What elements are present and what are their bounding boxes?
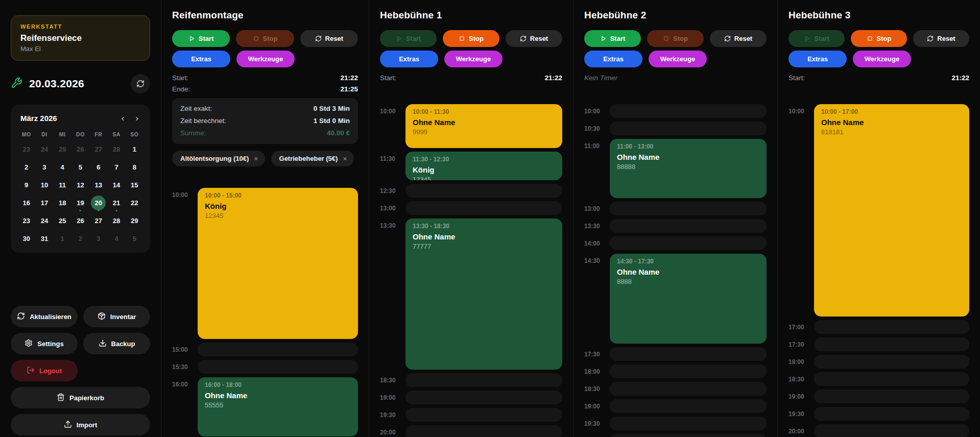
timeline-empty-slot[interactable]	[405, 425, 562, 437]
werkzeuge-button[interactable]: Werkzeuge	[444, 51, 503, 67]
calendar-day[interactable]: 8	[126, 158, 144, 176]
calendar-day[interactable]: 10	[35, 176, 53, 194]
calendar-day[interactable]: 24	[35, 140, 53, 158]
calendar-day[interactable]: 7	[107, 158, 125, 176]
calendar-day[interactable]: 17	[35, 194, 53, 212]
calendar-day[interactable]: 23	[17, 140, 35, 158]
remove-tag-button[interactable]: ×	[343, 155, 347, 163]
stop-button[interactable]: Stop	[443, 30, 499, 47]
calendar-day[interactable]: 3	[35, 158, 53, 176]
calendar-day[interactable]: 29	[126, 212, 144, 230]
start-button[interactable]: Start	[584, 30, 641, 47]
calendar-day[interactable]: 1	[126, 140, 144, 158]
reset-button[interactable]: Reset	[710, 30, 767, 47]
booking-event[interactable]: 16:00 - 18:00Ohne Name55555	[198, 377, 358, 436]
werkzeuge-button[interactable]: Werkzeuge	[853, 51, 911, 67]
calendar-day[interactable]: 19	[71, 194, 89, 212]
calendar-day[interactable]: 3	[89, 230, 107, 248]
timeline-empty-slot[interactable]	[610, 382, 767, 396]
settings-button[interactable]: Settings	[11, 333, 78, 354]
logout-button[interactable]: Logout	[11, 360, 78, 381]
calendar-day[interactable]: 24	[35, 212, 53, 230]
calendar-day[interactable]: 5	[71, 158, 89, 176]
calendar-day[interactable]: 25	[54, 212, 71, 230]
calendar-day[interactable]: 4	[54, 158, 71, 176]
calendar-day[interactable]: 27	[89, 212, 107, 230]
booking-event[interactable]: 10:00 - 17:00Ohne Name818181	[814, 104, 969, 317]
calendar-day[interactable]: 2	[17, 158, 35, 176]
calendar-day[interactable]: 26	[71, 140, 89, 158]
calendar-day[interactable]: 4	[107, 230, 125, 248]
calendar-day[interactable]: 25	[54, 140, 71, 158]
booking-event[interactable]: 14:30 - 17:30Ohne Name8888	[610, 254, 767, 344]
calendar-day[interactable]: 14	[107, 176, 125, 194]
calendar-prev-button[interactable]: ‹	[119, 113, 127, 124]
reset-button[interactable]: Reset	[506, 30, 562, 47]
reset-button[interactable]: Reset	[913, 30, 969, 47]
inventar-button[interactable]: Inventar	[83, 306, 150, 327]
timeline-empty-slot[interactable]	[814, 337, 969, 351]
reset-button[interactable]: Reset	[300, 30, 358, 47]
calendar-day[interactable]: 15	[126, 176, 144, 194]
calendar-day[interactable]: 18	[54, 194, 71, 212]
calendar-day[interactable]: 16	[17, 194, 35, 212]
timeline-empty-slot[interactable]	[610, 347, 767, 361]
calendar-day[interactable]: 12	[71, 176, 89, 194]
date-refresh-button[interactable]	[131, 74, 150, 93]
timeline-empty-slot[interactable]	[814, 372, 969, 386]
timeline-empty-slot[interactable]	[610, 104, 767, 118]
timeline-empty-slot[interactable]	[610, 365, 767, 378]
aktualisieren-button[interactable]: Aktualisieren	[11, 306, 78, 327]
calendar-day[interactable]: 23	[17, 212, 35, 230]
timeline-empty-slot[interactable]	[610, 122, 767, 135]
timeline-empty-slot[interactable]	[610, 399, 767, 413]
timeline-empty-slot[interactable]	[610, 202, 767, 215]
werkzeuge-button[interactable]: Werkzeuge	[649, 51, 707, 67]
timeline-empty-slot[interactable]	[814, 407, 969, 421]
timeline-empty-slot[interactable]	[814, 390, 969, 403]
timeline-empty-slot[interactable]	[405, 184, 562, 198]
calendar-day[interactable]: 27	[89, 140, 107, 158]
timeline-empty-slot[interactable]	[405, 391, 562, 404]
timeline-empty-slot[interactable]	[198, 360, 358, 374]
calendar-day[interactable]: 6	[89, 158, 107, 176]
timeline-empty-slot[interactable]	[610, 236, 767, 250]
calendar-day[interactable]: 28	[107, 212, 125, 230]
import-button[interactable]: Import	[11, 414, 150, 435]
extras-button[interactable]: Extras	[584, 51, 642, 67]
calendar-day-selected[interactable]: 20	[89, 194, 107, 212]
booking-event[interactable]: 10:00 - 11:30Ohne Name9999	[405, 104, 562, 148]
calendar-day[interactable]: 13	[89, 176, 107, 194]
calendar-day[interactable]: 22	[126, 194, 144, 212]
booking-event[interactable]: 13:30 - 18:30Ohne Name77777	[405, 218, 562, 370]
timeline-empty-slot[interactable]	[610, 434, 767, 437]
calendar-day[interactable]: 11	[54, 176, 71, 194]
calendar-day[interactable]: 28	[107, 140, 125, 158]
calendar-day[interactable]: 26	[71, 212, 89, 230]
timeline-empty-slot[interactable]	[405, 373, 562, 387]
werkzeuge-button[interactable]: Werkzeuge	[236, 51, 295, 67]
calendar-day[interactable]: 5	[126, 230, 144, 248]
calendar-next-button[interactable]: ›	[133, 113, 140, 124]
booking-event[interactable]: 11:00 - 13:00Ohne Name88888	[610, 139, 767, 198]
timeline-empty-slot[interactable]	[610, 417, 767, 430]
calendar-day[interactable]: 31	[35, 230, 53, 248]
backup-button[interactable]: Backup	[83, 333, 150, 354]
extras-button[interactable]: Extras	[172, 51, 230, 67]
calendar-day[interactable]: 9	[17, 176, 35, 194]
timeline-empty-slot[interactable]	[405, 201, 562, 215]
timeline-empty-slot[interactable]	[814, 320, 969, 334]
stop-button[interactable]: Stop	[851, 30, 907, 47]
extras-button[interactable]: Extras	[788, 51, 847, 67]
booking-event[interactable]: 10:00 - 15:00König12345	[198, 188, 358, 339]
calendar-day[interactable]: 30	[17, 230, 35, 248]
extras-button[interactable]: Extras	[380, 51, 438, 67]
timeline-empty-slot[interactable]	[610, 219, 767, 233]
timeline-empty-slot[interactable]	[405, 408, 562, 422]
start-button[interactable]: Start	[172, 30, 230, 47]
calendar-day[interactable]: 21	[107, 194, 125, 212]
timeline-empty-slot[interactable]	[814, 355, 969, 369]
calendar-day[interactable]: 2	[71, 230, 89, 248]
timeline-empty-slot[interactable]	[814, 424, 969, 437]
timeline-empty-slot[interactable]	[198, 343, 358, 356]
